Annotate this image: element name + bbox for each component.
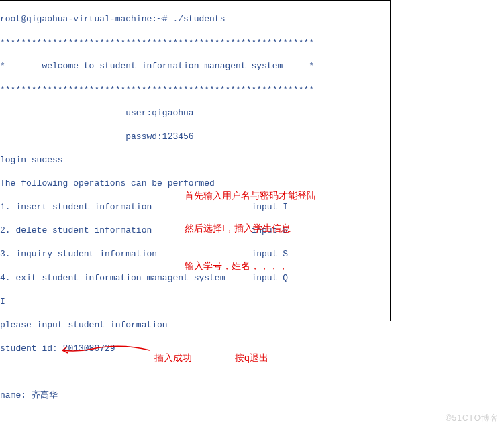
blank-line [0,413,504,425]
annotation-input-fields: 输入学号，姓名，，，， [185,260,288,272]
operations-header: The following operations can be performe… [0,178,504,190]
user-choice: I [0,296,504,308]
menu-option-insert: 1. insert student information input I [0,201,504,213]
annotation-press-q: 按q退出 [235,352,268,364]
divider-stars: ****************************************… [0,84,504,96]
input-prompt: please input student information [0,319,504,331]
login-status: login sucess [0,154,504,166]
menu-option-inquiry: 3. inquiry student information input S [0,248,504,260]
name-field: name: 齐高华 [0,390,504,402]
annotation-login: 首先输入用户名与密码才能登陆 [185,190,316,202]
watermark: ©51CTO博客 [446,413,499,424]
blank-line [0,366,504,378]
annotation-select-i: 然后选择I，插入学生信息 [185,223,291,235]
shell-prompt: root@qigaohua-virtual-machine:~# ./stude… [0,13,504,25]
menu-option-exit: 4. exit student information managent sys… [0,272,504,284]
divider-stars: ****************************************… [0,37,504,49]
annotation-insert-success: 插入成功 [154,352,192,364]
password-line: passwd:123456 [0,131,504,143]
user-line: user:qigaohua [0,107,504,119]
welcome-banner: * welcome to student information managen… [0,60,504,72]
